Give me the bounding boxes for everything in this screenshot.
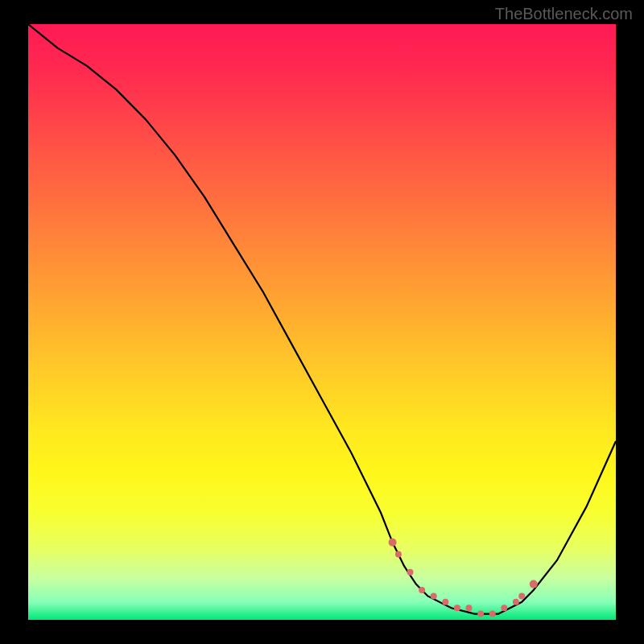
marker-point bbox=[501, 605, 507, 611]
marker-point bbox=[389, 539, 397, 547]
marker-point bbox=[442, 599, 448, 605]
bottleneck-curve-line bbox=[28, 24, 616, 614]
marker-point bbox=[395, 551, 402, 558]
marker-point bbox=[477, 611, 484, 617]
marker-point bbox=[407, 569, 414, 576]
watermark-text: TheBottleneck.com bbox=[495, 5, 633, 23]
chart-svg bbox=[28, 24, 616, 620]
marker-point bbox=[419, 587, 425, 593]
marker-point bbox=[530, 580, 538, 588]
marker-point bbox=[518, 592, 525, 599]
marker-point bbox=[454, 605, 460, 611]
marker-point bbox=[489, 611, 496, 617]
chart-plot-area bbox=[28, 24, 616, 620]
marker-point bbox=[431, 592, 437, 599]
marker-point bbox=[466, 605, 473, 611]
marker-point bbox=[513, 599, 519, 605]
